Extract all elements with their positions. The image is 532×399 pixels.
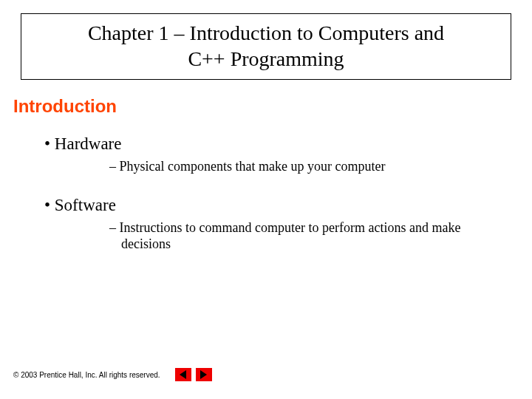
slide-title-line1: Chapter 1 – Introduction to Computers an… <box>29 20 503 46</box>
prev-slide-button[interactable] <box>175 368 191 381</box>
footer: © 2003 Prentice Hall, Inc. All rights re… <box>13 368 212 381</box>
sub-hardware: Physical components that make up your co… <box>109 158 495 175</box>
bullet-software: Software <box>44 196 532 215</box>
next-slide-button[interactable] <box>196 368 212 381</box>
copyright-text: © 2003 Prentice Hall, Inc. All rights re… <box>13 371 160 379</box>
sub-software: Instructions to command computer to perf… <box>109 219 495 253</box>
content-area: Hardware Physical components that make u… <box>44 134 532 253</box>
slide-title-line2: C++ Programming <box>29 46 503 72</box>
bullet-hardware: Hardware <box>44 134 532 154</box>
slide-title-box: Chapter 1 – Introduction to Computers an… <box>21 13 511 80</box>
nav-arrows <box>175 368 212 381</box>
arrow-right-icon <box>200 370 207 379</box>
section-heading: Introduction <box>13 96 532 117</box>
arrow-left-icon <box>180 370 186 379</box>
